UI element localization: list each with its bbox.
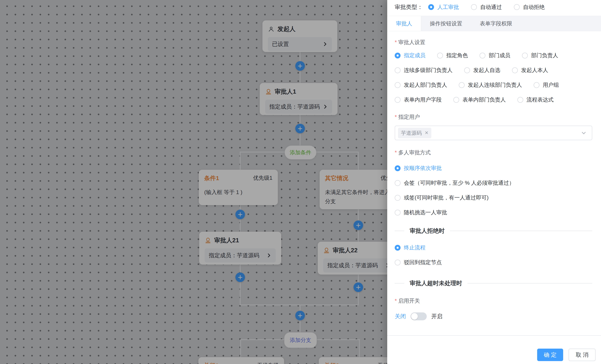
radio-label: 部门负责人 bbox=[531, 52, 558, 59]
radio-initiator-self[interactable]: 发起人本人 bbox=[512, 67, 548, 74]
divider-title: 审批人拒绝时 bbox=[410, 227, 445, 235]
radio-icon bbox=[395, 195, 401, 201]
radio-label: 按顺序依次审批 bbox=[404, 164, 442, 172]
radio-icon bbox=[480, 53, 485, 59]
tag-close-icon[interactable]: ✕ bbox=[425, 130, 428, 136]
radio-icon bbox=[517, 97, 523, 103]
radio-form-user-field[interactable]: 表单内用户字段 bbox=[395, 96, 442, 103]
radio-label: 人工审批 bbox=[437, 3, 459, 11]
radio-icon bbox=[428, 4, 434, 10]
radio-dept-leader[interactable]: 部门负责人 bbox=[522, 52, 558, 59]
radio-icon bbox=[453, 97, 459, 103]
radio-label: 指定成员 bbox=[404, 52, 425, 59]
enable-switch-label: 启用开关 bbox=[395, 297, 592, 304]
tab-form-field-permission[interactable]: 表单字段权限 bbox=[471, 16, 521, 31]
radio-initiator-choose[interactable]: 发起人自选 bbox=[464, 67, 500, 74]
radio-orsign[interactable]: 或签(可同时审批，有一人通过即可) bbox=[395, 194, 592, 201]
divider-title: 审批人超时未处理时 bbox=[410, 279, 462, 287]
radio-icon bbox=[395, 180, 401, 186]
approver-setting-label: 审批人设置 bbox=[395, 39, 592, 46]
approval-type-row: 审批类型： 人工审批 自动通过 自动拒绝 bbox=[395, 3, 593, 11]
radio-dept-member[interactable]: 部门成员 bbox=[480, 52, 510, 59]
radio-terminate-process[interactable]: 终止流程 bbox=[395, 244, 592, 251]
radio-label: 自动通过 bbox=[480, 3, 502, 11]
radio-label: 流程表达式 bbox=[527, 96, 554, 103]
divider-approver-timeout: 审批人超时未处理时 bbox=[395, 279, 592, 287]
selected-user-tag: 芋道源码 ✕ bbox=[398, 128, 431, 138]
radio-label: 部门成员 bbox=[489, 52, 510, 59]
radio-icon bbox=[395, 97, 401, 103]
switch-off-label: 关闭 bbox=[395, 313, 406, 320]
radio-label: 表单内用户字段 bbox=[404, 96, 442, 103]
radio-label: 会签（可同时审批，至少 % 人必须审批通过） bbox=[404, 179, 514, 187]
radio-icon bbox=[514, 4, 520, 10]
tab-approver[interactable]: 审批人 bbox=[387, 16, 421, 31]
radio-initiator-dept-leader[interactable]: 发起人部门负责人 bbox=[395, 81, 447, 89]
radio-user-group[interactable]: 用户组 bbox=[534, 81, 559, 89]
radio-icon bbox=[395, 260, 401, 265]
radio-label: 发起人本人 bbox=[521, 67, 548, 74]
radio-icon bbox=[395, 245, 401, 251]
radio-icon bbox=[534, 82, 540, 88]
radio-icon bbox=[459, 82, 465, 88]
radio-form-dept-leader[interactable]: 表单内部门负责人 bbox=[453, 96, 506, 103]
cancel-button[interactable]: 取 消 bbox=[569, 349, 596, 361]
radio-label: 用户组 bbox=[543, 81, 559, 89]
radio-icon bbox=[395, 165, 401, 171]
radio-auto-approve[interactable]: 自动通过 bbox=[471, 3, 502, 11]
tag-text: 芋道源码 bbox=[401, 130, 422, 136]
radio-label: 发起人部门负责人 bbox=[404, 81, 447, 89]
divider-approver-reject: 审批人拒绝时 bbox=[395, 227, 592, 235]
radio-sequential-approve[interactable]: 按顺序依次审批 bbox=[395, 164, 592, 172]
radio-label: 驳回到指定节点 bbox=[404, 259, 442, 266]
radio-icon bbox=[395, 210, 401, 215]
radio-label: 发起人自选 bbox=[473, 67, 500, 74]
radio-icon bbox=[395, 67, 401, 73]
radio-label: 自动拒绝 bbox=[523, 3, 545, 11]
switch-on-label: 开启 bbox=[431, 313, 442, 320]
multi-approve-mode-radio-group: 按顺序依次审批 会签（可同时审批，至少 % 人必须审批通过） 或签(可同时审批，… bbox=[395, 164, 592, 216]
radio-icon bbox=[395, 53, 401, 59]
radio-label: 随机挑选一人审批 bbox=[404, 209, 447, 216]
reject-radio-group: 终止流程 驳回到指定节点 bbox=[395, 244, 592, 266]
radio-multi-level-dept-leader[interactable]: 连续多级部门负责人 bbox=[395, 67, 452, 74]
assign-user-select[interactable]: 芋道源码 ✕ bbox=[395, 126, 592, 140]
radio-label: 表单内部门负责人 bbox=[462, 96, 506, 103]
radio-icon bbox=[471, 4, 477, 10]
radio-icon bbox=[522, 53, 528, 59]
footer-divider bbox=[387, 335, 601, 336]
timeout-switch-row: 关闭 开启 bbox=[395, 313, 592, 320]
assign-user-label: 指定用户 bbox=[395, 113, 592, 121]
radio-countersign[interactable]: 会签（可同时审批，至少 % 人必须审批通过） bbox=[395, 179, 592, 187]
multi-approve-mode-label: 多人审批方式 bbox=[395, 149, 592, 156]
approval-type-label: 审批类型： bbox=[395, 3, 423, 11]
radio-icon bbox=[512, 67, 518, 73]
radio-icon bbox=[437, 53, 443, 59]
drawer-footer: 确 定 取 消 bbox=[537, 349, 596, 361]
tab-button-settings[interactable]: 操作按钮设置 bbox=[421, 16, 471, 31]
approval-type-radio-group: 人工审批 自动通过 自动拒绝 bbox=[428, 3, 545, 11]
chevron-down-icon bbox=[581, 130, 587, 136]
radio-auto-reject[interactable]: 自动拒绝 bbox=[514, 3, 545, 11]
drawer-tabs: 审批人 操作按钮设置 表单字段权限 bbox=[387, 16, 601, 31]
confirm-button[interactable]: 确 定 bbox=[537, 349, 563, 361]
radio-assigned-role[interactable]: 指定角色 bbox=[437, 52, 468, 59]
radio-label: 指定角色 bbox=[446, 52, 468, 59]
radio-label: 终止流程 bbox=[404, 244, 425, 251]
radio-assigned-member[interactable]: 指定成员 bbox=[395, 52, 425, 59]
radio-random-one[interactable]: 随机挑选一人审批 bbox=[395, 209, 592, 216]
radio-manual-approve[interactable]: 人工审批 bbox=[428, 3, 459, 11]
timeout-toggle-switch[interactable] bbox=[411, 313, 427, 320]
radio-label: 发起人连续部门负责人 bbox=[468, 81, 522, 89]
radio-process-expression[interactable]: 流程表达式 bbox=[517, 96, 554, 103]
node-settings-drawer: 审批类型： 人工审批 自动通过 自动拒绝 审批人 操作按钮设置 表单字段权限 bbox=[387, 0, 601, 364]
radio-return-to-node[interactable]: 驳回到指定节点 bbox=[395, 259, 592, 266]
radio-icon bbox=[395, 82, 401, 88]
radio-initiator-multi-dept-leader[interactable]: 发起人连续部门负责人 bbox=[459, 81, 522, 89]
radio-icon bbox=[464, 67, 470, 73]
drawer-body: 审批人设置 指定成员 指定角色 部门成员 部门负责人 连续多级部门负责人 发起人… bbox=[387, 31, 601, 322]
approver-setting-radio-group: 指定成员 指定角色 部门成员 部门负责人 连续多级部门负责人 发起人自选 发起人… bbox=[395, 52, 592, 103]
radio-label: 连续多级部门负责人 bbox=[404, 67, 452, 74]
radio-label: 或签(可同时审批，有一人通过即可) bbox=[404, 194, 489, 201]
